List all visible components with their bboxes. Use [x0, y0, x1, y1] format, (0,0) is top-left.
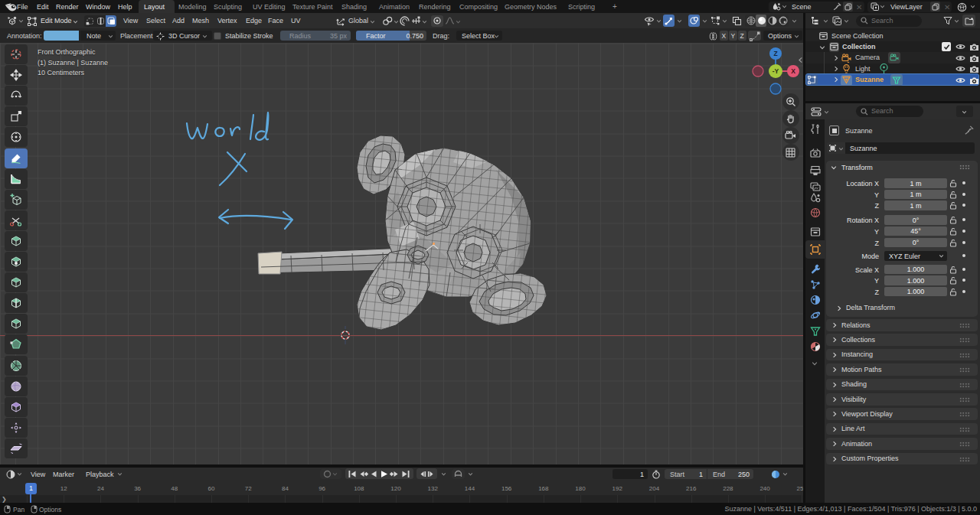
svg-text:X: X [791, 67, 795, 75]
svg-text:Z: Z [773, 50, 777, 57]
svg-text:-Y: -Y [773, 67, 779, 75]
